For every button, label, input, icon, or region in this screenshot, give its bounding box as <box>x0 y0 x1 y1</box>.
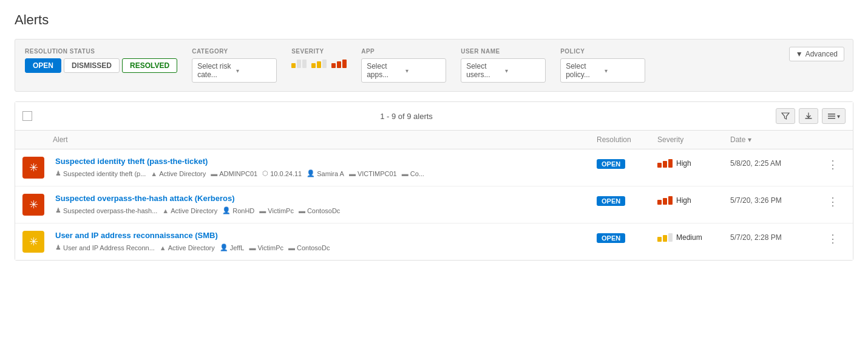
severity-medium-icon[interactable] <box>311 60 327 68</box>
svg-rect-1 <box>828 116 835 117</box>
tag-text: VICTIMPC01 <box>358 170 397 177</box>
directory-tag-icon: ▲ <box>160 244 166 251</box>
directory-tag-icon: ▲ <box>162 207 169 214</box>
tag-directory: ▲ Active Directory <box>160 244 215 251</box>
tag-text: VictimPc <box>268 207 294 214</box>
filter-bar: RESOLUTION STATUS OPEN DISMISSED RESOLVE… <box>15 39 853 92</box>
username-dropdown[interactable]: Select users... ▾ <box>461 58 546 83</box>
resolution-badge: OPEN <box>597 196 625 206</box>
tag-directory: ▲ Active Directory <box>151 170 206 177</box>
alert-tags: ♟ User and IP Address Reconn... ▲ Active… <box>55 244 597 251</box>
tag-text: Suspected overpass-the-hash... <box>63 207 157 214</box>
tag-text: ContosoDc <box>297 244 330 251</box>
col-actions-spacer <box>827 135 846 144</box>
col-checkbox-spacer <box>22 135 53 144</box>
severity-text: High <box>676 159 691 168</box>
open-button[interactable]: OPEN <box>25 58 61 73</box>
severity-bars-high <box>657 159 673 168</box>
more-options-button[interactable]: ⋮ <box>827 231 846 245</box>
table-toolbar: 1 - 9 of 9 alerts <box>15 102 853 131</box>
tag-text: Co... <box>410 170 424 177</box>
tag-machine1: ▬ VictimPc <box>249 244 283 251</box>
policy-label: POLICY <box>560 48 645 55</box>
svg-rect-0 <box>828 114 835 115</box>
alert-icon: ✳ <box>22 157 44 179</box>
filter-icon: ▼ <box>796 50 803 58</box>
alert-tags: ♟ Suspected overpass-the-hash... ▲ Activ… <box>55 207 597 214</box>
policy-value: Select policy... <box>566 62 601 79</box>
tag-ip: ⬡ 10.0.24.11 <box>262 169 302 177</box>
toolbar-actions: ▾ <box>776 108 846 124</box>
date-cell: 5/8/20, 2:25 AM <box>730 159 827 168</box>
alert-title[interactable]: Suspected overpass-the-hash attack (Kerb… <box>55 194 597 203</box>
table-row: ✳ Suspected identity theft (pass-the-tic… <box>15 149 853 186</box>
directory-tag-icon: ▲ <box>151 170 157 177</box>
severity-bars-high <box>657 196 673 205</box>
category-value: Select risk cate... <box>197 62 232 79</box>
policy-group: POLICY Select policy... ▾ <box>560 48 645 83</box>
more-options-button[interactable]: ⋮ <box>827 194 846 208</box>
dismissed-button[interactable]: DISMISSED <box>64 58 120 73</box>
app-label: APP <box>361 48 446 55</box>
severity-text: High <box>676 196 691 205</box>
policy-dropdown[interactable]: Select policy... ▾ <box>560 58 645 83</box>
alert-tags: ♟ Suspected identity theft (p... ▲ Activ… <box>55 169 597 177</box>
severity-low-icon[interactable] <box>291 60 307 68</box>
alert-count: 1 - 9 of 9 alerts <box>37 112 776 121</box>
more-options-button[interactable]: ⋮ <box>827 157 846 171</box>
severity-high-icon[interactable] <box>331 60 347 68</box>
tag-user: 👤 Samira A <box>307 169 344 177</box>
machine-tag-icon: ▬ <box>259 207 266 214</box>
user-tag-icon: 👤 <box>307 169 315 177</box>
severity-bars-medium <box>657 233 673 242</box>
tag-policy: ♟ User and IP Address Reconn... <box>55 244 155 251</box>
resolution-buttons: OPEN DISMISSED RESOLVED <box>25 58 177 73</box>
tag-text: ADMINPC01 <box>219 170 257 177</box>
chevron-down-icon: ▾ <box>405 67 441 74</box>
tag-machine3: ▬ Co... <box>402 170 424 177</box>
tag-machine2: ▬ ContosoDc <box>288 244 330 251</box>
date-cell: 5/7/20, 2:28 PM <box>730 233 827 242</box>
tag-text: Active Directory <box>171 207 217 214</box>
resolution-cell: OPEN <box>597 231 657 243</box>
resolved-button[interactable]: RESOLVED <box>122 58 177 73</box>
category-dropdown[interactable]: Select risk cate... ▾ <box>192 58 277 83</box>
app-group: APP Select apps... ▾ <box>361 48 446 83</box>
severity-cell: High <box>657 159 730 168</box>
row-icon-container: ✳ <box>22 157 53 179</box>
tag-text: JeffL <box>230 244 245 251</box>
machine3-tag-icon: ▬ <box>402 170 409 177</box>
alert-title[interactable]: Suspected identity theft (pass-the-ticke… <box>55 157 597 166</box>
column-headers: Alert Resolution Severity Date ▾ <box>15 131 853 149</box>
resolution-cell: OPEN <box>597 194 657 206</box>
chevron-down-icon: ▾ <box>605 67 640 74</box>
select-all-checkbox[interactable] <box>22 111 32 121</box>
alerts-table: 1 - 9 of 9 alerts <box>15 101 853 261</box>
resolution-status-label: RESOLUTION STATUS <box>25 48 177 55</box>
tag-directory: ▲ Active Directory <box>162 207 217 214</box>
download-button[interactable] <box>799 108 818 124</box>
machine2-tag-icon: ▬ <box>288 244 295 251</box>
severity-cell: Medium <box>657 233 730 242</box>
tag-machine2: ▬ VICTIMPC01 <box>349 170 397 177</box>
chevron-down-icon: ▾ <box>236 67 271 74</box>
alert-title[interactable]: User and IP address reconnaissance (SMB) <box>55 231 597 240</box>
advanced-button[interactable]: ▼ Advanced <box>789 47 844 61</box>
machine2-tag-icon: ▬ <box>299 207 305 214</box>
tag-user: 👤 RonHD <box>222 207 254 214</box>
columns-button[interactable]: ▾ <box>822 108 846 124</box>
tag-text: Suspected identity theft (p... <box>63 170 146 177</box>
resolution-badge: OPEN <box>597 233 625 243</box>
page-title: Alerts <box>15 12 853 28</box>
col-date-header[interactable]: Date ▾ <box>730 135 827 144</box>
username-label: USER NAME <box>461 48 546 55</box>
user-tag-icon: 👤 <box>220 244 228 251</box>
category-group: CATEGORY Select risk cate... ▾ <box>192 48 277 83</box>
app-dropdown[interactable]: Select apps... ▾ <box>361 58 446 83</box>
filter-button[interactable] <box>776 108 795 124</box>
app-value: Select apps... <box>367 62 402 79</box>
row-icon-container: ✳ <box>22 194 53 216</box>
tag-machine2: ▬ ContosoDc <box>299 207 340 214</box>
policy-tag-icon: ♟ <box>55 244 61 251</box>
tag-text: Active Directory <box>159 170 206 177</box>
